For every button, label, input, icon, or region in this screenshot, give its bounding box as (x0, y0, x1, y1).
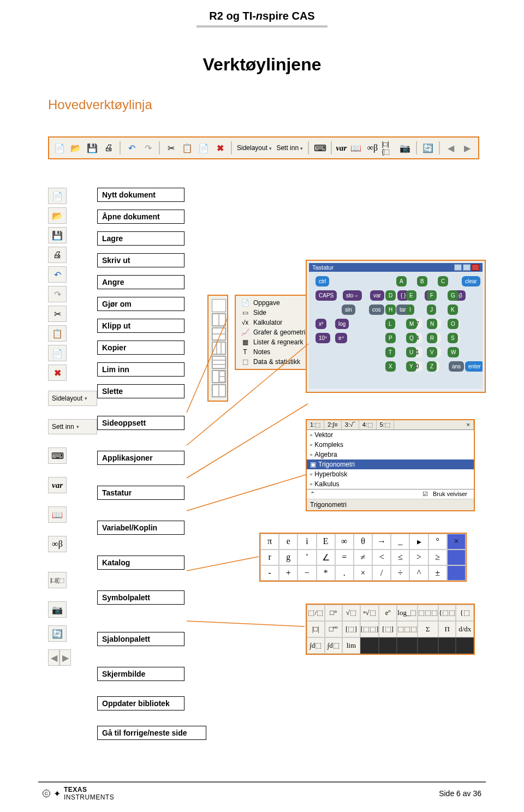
symbol-cell[interactable]: r (260, 550, 279, 565)
template-cell[interactable]: [⬚⬚] (360, 621, 379, 637)
mini-print-icon[interactable]: 🖨 (48, 247, 67, 263)
template-cell[interactable] (418, 637, 438, 654)
redo-icon[interactable]: ↷ (141, 141, 155, 155)
mini-settinn[interactable]: Sett inn▾ (48, 419, 97, 434)
symbol-cell[interactable]: ± (428, 565, 447, 581)
key[interactable]: D (385, 290, 396, 301)
template-cell[interactable]: □° (325, 605, 343, 621)
mini-template-icon[interactable]: |□|{⬚ (48, 572, 67, 588)
template-cell[interactable]: |□| (307, 621, 325, 637)
mini-prev-icon[interactable]: ◀ (48, 649, 59, 666)
key[interactable]: U (406, 347, 416, 357)
symbol-cell[interactable]: < (372, 550, 391, 565)
symbol-cell[interactable]: ° (428, 534, 447, 550)
mini-refresh-icon[interactable]: 🔄 (48, 625, 67, 642)
template-cell[interactable]: ⁿ√⬚ (360, 605, 379, 621)
symbol-cell[interactable]: = (335, 550, 354, 565)
key[interactable]: eˣ (335, 333, 347, 343)
key[interactable]: sin (342, 304, 355, 315)
layout-option[interactable] (212, 384, 226, 397)
mini-cut-icon[interactable]: ✂ (48, 306, 67, 322)
template-cell[interactable] (397, 637, 418, 654)
key[interactable]: Y (406, 361, 416, 372)
symbol-cell[interactable]: ' (297, 550, 316, 565)
symbol-cell[interactable]: ∠ (317, 550, 335, 565)
key[interactable]: T (385, 347, 395, 357)
category-item[interactable]: ▫Kompleks (307, 440, 474, 450)
template-cell[interactable] (438, 637, 456, 654)
template-cell[interactable]: ⬚⬚⬚ (397, 621, 418, 637)
keyboard-icon[interactable]: ⌨ (313, 141, 327, 155)
key[interactable]: M (406, 319, 417, 329)
close-icon[interactable]: × (463, 420, 474, 429)
mini-sidelayout[interactable]: Sidelayout▾ (48, 391, 97, 406)
mini-undo-icon[interactable]: ↶ (48, 266, 67, 283)
key[interactable]: CAPS (315, 290, 337, 301)
symbol-cell[interactable]: ≠ (354, 550, 372, 565)
mini-delete-icon[interactable]: ✖ (48, 365, 67, 381)
sidelayout-dropdown[interactable]: Sidelayout ▾ (236, 144, 273, 152)
layout-option[interactable] (212, 342, 226, 355)
tab[interactable]: 4:⬚ (359, 420, 377, 429)
next-page-icon[interactable]: ▶ (460, 141, 474, 155)
template-cell[interactable] (379, 637, 397, 654)
layout-option[interactable] (212, 299, 226, 312)
minimize-icon[interactable] (454, 264, 462, 271)
symbol-cell[interactable] (447, 565, 466, 581)
template-cell[interactable]: log_⬚ (397, 605, 418, 621)
key[interactable]: F (427, 290, 437, 301)
key[interactable]: O (448, 319, 458, 329)
template-cell[interactable]: [⬚] (342, 621, 360, 637)
key[interactable]: S (448, 333, 458, 343)
symbol-cell[interactable]: / (372, 565, 391, 581)
mini-new-icon[interactable]: 📄 (48, 188, 67, 204)
key[interactable]: R (427, 333, 437, 343)
close-icon[interactable] (472, 264, 479, 271)
template-cell[interactable]: ∫d⬚ (325, 637, 343, 654)
key[interactable]: enter (465, 361, 483, 372)
mini-keyboard-icon[interactable]: ⌨ (48, 447, 67, 464)
key[interactable]: W (448, 347, 459, 357)
template-cell[interactable] (456, 637, 474, 654)
wizard-checkbox[interactable]: ☑ Bruk veiviser (419, 489, 474, 499)
key[interactable]: sto→ (343, 290, 362, 301)
template-cell[interactable]: {⬚⬚ (438, 605, 456, 621)
mini-next-icon[interactable]: ▶ (59, 649, 71, 666)
tab[interactable]: 3:√‾ (342, 420, 359, 429)
symbol-cell[interactable]: g (279, 550, 297, 565)
key[interactable]: A (396, 276, 407, 286)
template-cell[interactable]: ∫d⬚ (307, 637, 325, 654)
template-cell[interactable]: √⬚ (342, 605, 360, 621)
mini-copy-icon[interactable]: 📋 (48, 325, 67, 342)
undo-icon[interactable]: ↶ (124, 141, 139, 155)
symbol-cell[interactable]: _ (391, 534, 409, 550)
key[interactable]: H (385, 304, 396, 315)
template-icon[interactable]: |□|{⬚ (382, 141, 396, 155)
open-doc-icon[interactable]: 📂 (69, 141, 83, 155)
template-cell[interactable]: ⬚/⬚ (307, 605, 325, 621)
tab[interactable]: 1:⬚ (307, 420, 324, 429)
symbol-cell[interactable]: × (447, 534, 466, 550)
template-cell[interactable]: Σ (418, 621, 438, 637)
symbol-cell[interactable]: ≤ (391, 550, 409, 565)
key[interactable]: ans (449, 361, 464, 372)
screenshot-icon[interactable]: 📷 (398, 141, 412, 155)
key[interactable]: C (438, 276, 448, 286)
layout-option[interactable] (212, 327, 226, 341)
layout-option[interactable] (212, 356, 226, 369)
symbol-cell[interactable]: → (372, 534, 391, 550)
template-cell[interactable]: {⬚ (456, 605, 474, 621)
template-cell[interactable]: eº (379, 605, 397, 621)
symbol-cell[interactable]: ▸ (409, 534, 428, 550)
symbol-cell[interactable]: . (335, 565, 354, 581)
settinn-dropdown[interactable]: Sett inn ▾ (275, 144, 304, 152)
mini-open-icon[interactable]: 📂 (48, 207, 67, 224)
key[interactable]: V (427, 347, 437, 357)
symbol-cell[interactable]: - (260, 565, 279, 581)
mini-symbol-icon[interactable]: ∞β (48, 536, 67, 552)
key[interactable]: 10ˣ (315, 333, 330, 343)
copy-icon[interactable]: 📋 (180, 141, 194, 155)
template-cell[interactable] (360, 637, 379, 654)
new-doc-icon[interactable]: 📄 (52, 141, 67, 155)
symbol-cell[interactable]: ^ (409, 565, 428, 581)
